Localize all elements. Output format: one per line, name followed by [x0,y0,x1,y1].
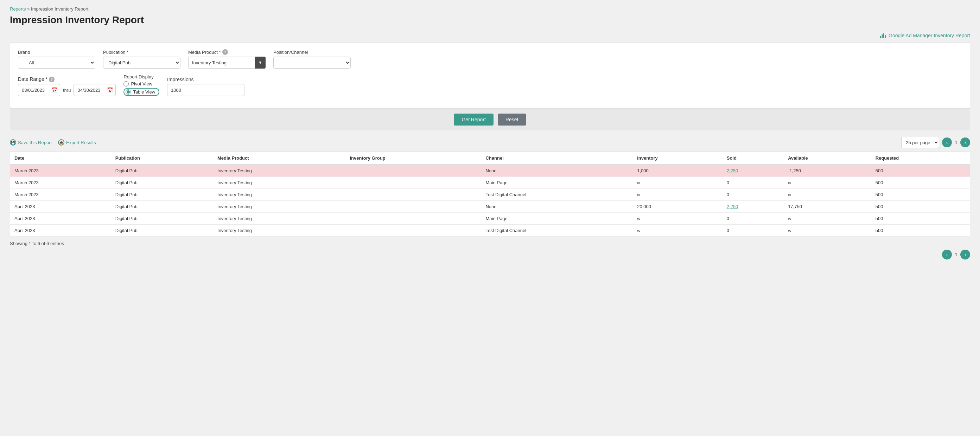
table-view-option[interactable]: Table View [124,88,159,96]
media-product-select[interactable]: Inventory Testing [188,57,266,68]
prev-page-button[interactable]: ‹ [942,138,952,147]
table-view-radio[interactable] [126,89,131,95]
svg-rect-1 [882,35,883,38]
date-range-filter-group: Date Range * ? 📅 thru 📅 [18,76,116,96]
bottom-next-page-button[interactable]: › [960,250,970,260]
table-cell: ∞ [784,189,871,201]
results-toolbar: 💾 Save this Report 📤 Export Results 25 p… [10,137,970,148]
table-cell: 0 [722,177,784,189]
table-cell: March 2023 [10,165,111,177]
table-body: March 2023Digital PubInventory TestingNo… [10,165,970,237]
table-cell: Main Page [481,177,633,189]
col-sold: Sold [722,152,784,165]
table-header: Date Publication Media Product Inventory… [10,152,970,165]
impressions-input[interactable] [167,84,245,96]
col-channel: Channel [481,152,633,165]
table-cell: April 2023 [10,201,111,213]
save-report-link[interactable]: 💾 Save this Report [10,139,52,146]
table-cell: Main Page [481,213,633,225]
results-actions: 💾 Save this Report 📤 Export Results [10,139,96,146]
table-cell: Test Digital Channel [481,225,633,237]
impressions-label: Impressions [167,77,245,82]
media-product-wrap: Inventory Testing ▼ [188,57,266,68]
table-row: March 2023Digital PubInventory TestingMa… [10,177,970,189]
export-icon: 📤 [58,139,64,146]
table-cell: Inventory Testing [213,201,345,213]
table-cell: 500 [871,177,970,189]
col-inventory: Inventory [633,152,722,165]
date-from-input[interactable] [18,84,60,96]
date-range-help-icon[interactable]: ? [49,77,54,82]
table-cell: 500 [871,189,970,201]
pivot-view-option[interactable]: Pivot View [124,81,159,87]
table-cell: 0 [722,213,784,225]
table-cell [346,225,482,237]
table-cell: Digital Pub [111,165,213,177]
table-cell: 0 [722,225,784,237]
position-channel-label: Position/Channel [273,49,351,55]
table-cell: None [481,165,633,177]
table-cell: 500 [871,213,970,225]
table-cell: ∞ [784,177,871,189]
report-display-label: Report Display [124,74,159,79]
table-cell: 500 [871,165,970,177]
per-page-select[interactable]: 25 per page [901,137,939,148]
date-range-label: Date Range * ? [18,76,116,82]
position-channel-filter-group: Position/Channel — [273,49,351,68]
page-title: Impression Inventory Report [10,14,970,26]
table-row: March 2023Digital PubInventory TestingNo… [10,165,970,177]
table-cell: None [481,201,633,213]
table-cell[interactable]: 2,250 [722,165,784,177]
bottom-page-number: 1 [955,252,958,257]
date-inputs: 📅 thru 📅 [18,84,116,96]
media-product-filter-group: Media Product * ? Inventory Testing ▼ [188,49,266,68]
reset-button[interactable]: Reset [498,114,526,125]
position-channel-select[interactable]: — [273,57,351,68]
table-cell: Inventory Testing [213,165,345,177]
export-results-link[interactable]: 📤 Export Results [58,139,96,146]
table-cell: 0 [722,189,784,201]
table-row: April 2023Digital PubInventory TestingMa… [10,213,970,225]
publication-select[interactable]: Digital Pub [103,57,180,68]
pagination-right: 25 per page ‹ 1 › [901,137,970,148]
pivot-view-label: Pivot View [131,81,152,87]
table-cell: Digital Pub [111,201,213,213]
data-table: Date Publication Media Product Inventory… [10,152,970,237]
publication-label: Publication * [103,49,180,55]
radio-options: Pivot View Table View [124,81,159,96]
col-media-product: Media Product [213,152,345,165]
breadcrumb-reports-link[interactable]: Reports [10,6,26,12]
page-number: 1 [955,140,958,145]
table-cell: April 2023 [10,213,111,225]
save-icon: 💾 [10,139,16,146]
google-ad-manager-link[interactable]: Google Ad Manager Inventory Report [10,32,970,39]
table-row: March 2023Digital PubInventory TestingTe… [10,189,970,201]
table-row: April 2023Digital PubInventory TestingTe… [10,225,970,237]
next-page-button[interactable]: › [960,138,970,147]
table-cell: 20,000 [633,201,722,213]
filter-row-1: Brand — All — Publication * Digital Pub … [18,49,962,68]
svg-rect-3 [885,35,886,38]
table-cell [346,201,482,213]
pivot-view-radio[interactable] [124,81,129,87]
get-report-button[interactable]: Get Report [454,114,493,125]
table-cell: 500 [871,225,970,237]
table-cell: 500 [871,201,970,213]
table-cell: Inventory Testing [213,225,345,237]
brand-select[interactable]: — All — [18,57,95,68]
col-date: Date [10,152,111,165]
date-to-input[interactable] [73,84,116,96]
showing-text: Showing 1 to 6 of 6 entries [10,241,970,246]
bottom-prev-page-button[interactable]: ‹ [942,250,952,260]
col-requested: Requested [871,152,970,165]
table-cell: Inventory Testing [213,189,345,201]
table-cell[interactable]: 2,250 [722,201,784,213]
table-cell: 17,750 [784,201,871,213]
col-inventory-group: Inventory Group [346,152,482,165]
media-product-help-icon[interactable]: ? [222,49,228,55]
table-cell: ∞ [633,189,722,201]
table-cell: ∞ [633,225,722,237]
table-cell: ∞ [784,213,871,225]
table-cell: ∞ [633,213,722,225]
publication-filter-group: Publication * Digital Pub [103,49,180,68]
